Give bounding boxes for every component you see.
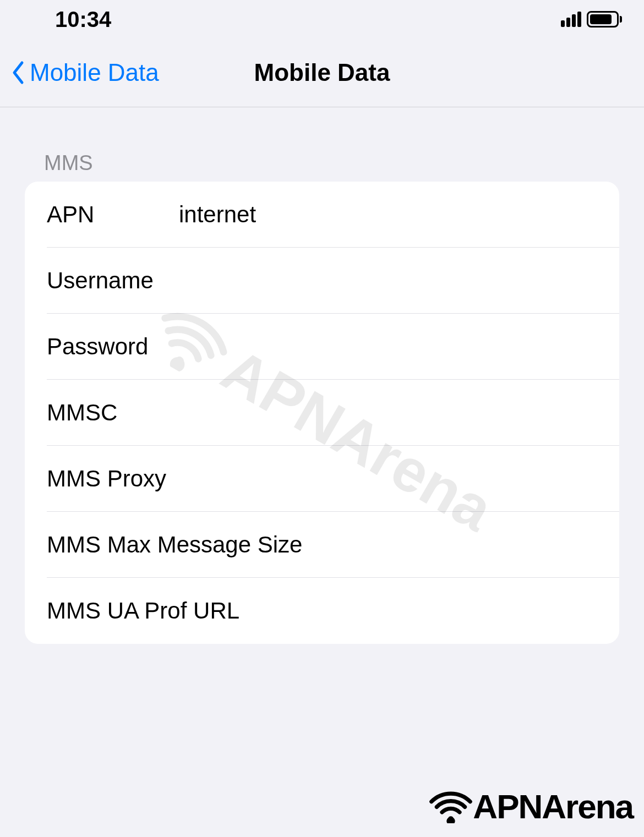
- label-mms-ua-prof: MMS UA Prof URL: [47, 598, 597, 624]
- back-label: Mobile Data: [30, 59, 159, 86]
- row-mmsc[interactable]: MMSC: [25, 380, 619, 446]
- content: MMS APN Username Password MMSC MMS Proxy: [0, 107, 644, 644]
- input-mms-proxy[interactable]: [307, 466, 597, 492]
- input-mmsc[interactable]: [179, 400, 597, 426]
- status-icons: [561, 11, 622, 28]
- label-mms-max-size: MMS Max Message Size: [47, 532, 597, 558]
- signal-icon: [561, 12, 581, 27]
- row-username[interactable]: Username: [25, 248, 619, 314]
- svg-point-1: [449, 816, 454, 822]
- status-time: 10:34: [55, 7, 111, 32]
- input-username[interactable]: [179, 267, 597, 294]
- label-mmsc: MMSC: [47, 400, 179, 426]
- label-password: Password: [47, 333, 179, 360]
- footer-text: APNArena: [473, 787, 633, 826]
- label-apn: APN: [47, 201, 179, 228]
- chevron-left-icon: [11, 61, 25, 85]
- nav-bar: Mobile Data Mobile Data: [0, 39, 644, 107]
- settings-group-mms: APN Username Password MMSC MMS Proxy MMS…: [25, 182, 619, 644]
- battery-icon: [587, 11, 622, 28]
- row-apn[interactable]: APN: [25, 182, 619, 248]
- wifi-icon: [429, 790, 473, 823]
- row-mms-proxy[interactable]: MMS Proxy: [25, 446, 619, 512]
- label-mms-proxy: MMS Proxy: [47, 466, 307, 492]
- input-password[interactable]: [179, 333, 597, 360]
- row-mms-ua-prof[interactable]: MMS UA Prof URL: [25, 578, 619, 644]
- back-button[interactable]: Mobile Data: [11, 59, 159, 86]
- footer-logo: APNArena: [429, 787, 633, 826]
- row-password[interactable]: Password: [25, 314, 619, 380]
- status-bar: 10:34: [0, 0, 644, 39]
- input-apn[interactable]: [179, 201, 597, 228]
- section-header-mms: MMS: [25, 151, 619, 182]
- label-username: Username: [47, 267, 179, 294]
- page-title: Mobile Data: [254, 59, 390, 86]
- row-mms-max-size[interactable]: MMS Max Message Size: [25, 512, 619, 578]
